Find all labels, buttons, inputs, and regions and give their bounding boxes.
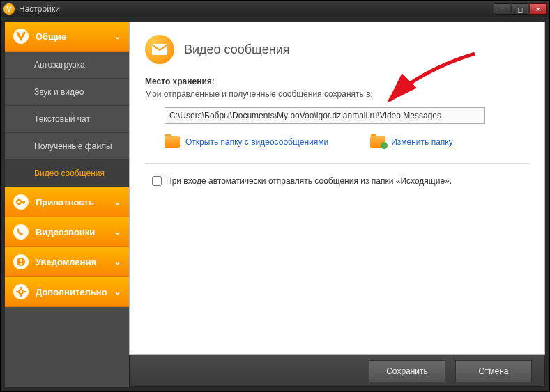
chevron-down-icon: ⌄ <box>114 288 121 297</box>
auto-send-checkbox[interactable] <box>152 176 162 186</box>
envelope-icon <box>145 35 174 64</box>
v-icon <box>13 29 29 44</box>
close-button[interactable]: ✕ <box>530 3 547 15</box>
maximize-button[interactable]: ◻ <box>512 3 528 15</box>
sidebar-cat-videocalls[interactable]: Видеозвонки ⌄ <box>5 217 129 247</box>
gear-icon <box>13 284 29 299</box>
folder-icon <box>165 136 180 148</box>
sidebar-item-autoload[interactable]: Автозагрузка <box>5 52 129 79</box>
sidebar-cat-general[interactable]: Общие ⌄ <box>5 22 129 52</box>
content-title: Видео сообщения <box>184 42 289 57</box>
sidebar-item-sound-video[interactable]: Звук и видео <box>5 79 129 106</box>
svg-rect-5 <box>20 263 22 265</box>
storage-path-input[interactable] <box>165 107 485 124</box>
window-title: Настройки <box>19 4 60 14</box>
link-label: Изменить папку <box>391 137 453 147</box>
footer: Сохранить Отмена <box>129 355 545 387</box>
titlebar: V Настройки — ◻ ✕ <box>1 1 549 17</box>
sidebar-cat-label: Видеозвонки <box>36 227 95 237</box>
open-folder-link[interactable]: Открыть папку с видеосообщениями <box>165 136 328 148</box>
sidebar-item-video-messages[interactable]: Видео сообщения <box>5 160 129 187</box>
sidebar-cat-advanced[interactable]: Дополнительно ⌄ <box>5 277 129 307</box>
content-panel: Видео сообщения Место хранения: Мои отпр… <box>129 22 545 355</box>
checkbox-label: При входе автоматически отправлять сообщ… <box>166 176 452 186</box>
link-label: Открыть папку с видеосообщениями <box>185 137 328 147</box>
storage-label: Место хранения: <box>145 77 529 86</box>
sidebar-cat-label: Дополнительно <box>36 287 107 297</box>
save-button[interactable]: Сохранить <box>369 360 445 382</box>
alert-icon <box>13 254 29 269</box>
sidebar-item-received-files[interactable]: Полученные файлы <box>5 133 129 160</box>
sidebar-cat-notifications[interactable]: Уведомления ⌄ <box>5 247 129 277</box>
chevron-down-icon: ⌄ <box>114 228 121 237</box>
storage-description: Мои отправленные и полученные сообщения … <box>145 89 529 99</box>
sidebar-cat-label: Приватность <box>36 197 94 207</box>
sidebar: Общие ⌄ Автозагрузка Звук и видео Тексто… <box>5 22 129 387</box>
sidebar-cat-label: Уведомления <box>36 257 96 267</box>
phone-icon <box>13 224 29 240</box>
chevron-down-icon: ⌄ <box>114 198 121 207</box>
divider <box>145 163 529 164</box>
minimize-button[interactable]: — <box>494 3 510 15</box>
sidebar-item-text-chat[interactable]: Текстовый чат <box>5 106 129 133</box>
chevron-down-icon: ⌄ <box>114 32 121 41</box>
svg-rect-4 <box>20 259 22 262</box>
app-logo-icon: V <box>3 3 15 15</box>
chevron-down-icon: ⌄ <box>114 258 121 267</box>
change-folder-link[interactable]: Изменить папку <box>370 136 453 148</box>
sidebar-cat-label: Общие <box>36 31 66 42</box>
folder-change-icon <box>370 136 385 148</box>
svg-point-6 <box>19 290 23 294</box>
auto-send-checkbox-row[interactable]: При входе автоматически отправлять сообщ… <box>152 176 529 186</box>
sidebar-cat-privacy[interactable]: Приватность ⌄ <box>5 187 129 217</box>
key-icon <box>13 194 29 210</box>
settings-window: V Настройки — ◻ ✕ Общие ⌄ Автозагрузка З… <box>0 0 550 392</box>
cancel-button[interactable]: Отмена <box>455 360 532 382</box>
